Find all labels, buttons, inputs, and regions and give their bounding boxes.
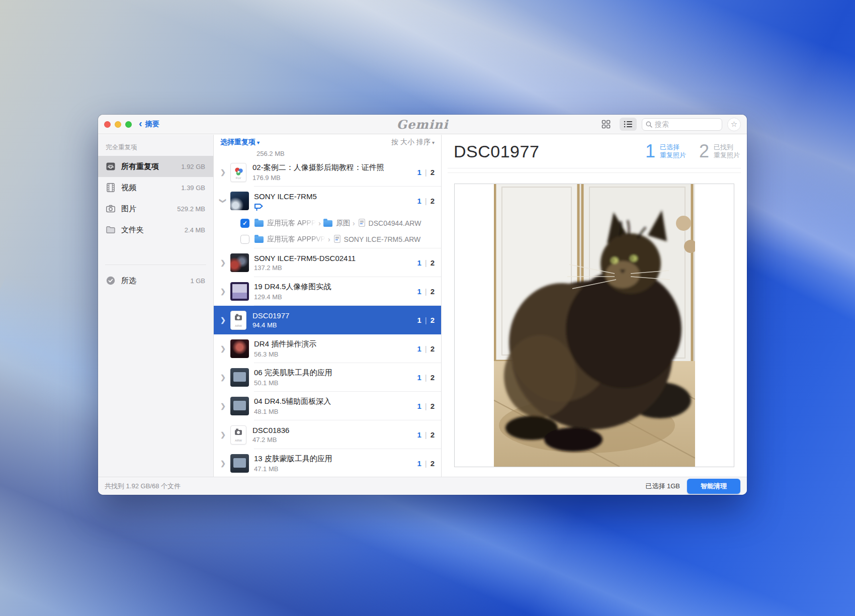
group-size: 48.1 MB	[254, 408, 331, 415]
chevron-right-icon[interactable]	[220, 259, 229, 267]
minimize-window-button[interactable]	[115, 121, 121, 128]
sidebar-item-videos[interactable]: 视频 1.39 GB	[98, 177, 213, 198]
tray-icon	[106, 161, 116, 171]
file-checkbox-unchecked[interactable]	[240, 235, 249, 244]
list-view-button[interactable]	[620, 118, 637, 131]
chevron-separator-icon	[316, 219, 323, 227]
duplicate-group-row[interactable]: DR4 插件操作演示 56.3 MB 12	[214, 334, 441, 363]
sidebar-divider	[105, 265, 206, 265]
duplicate-count-badge: 12	[417, 344, 435, 353]
flv-file-icon: FLV	[230, 163, 246, 182]
toolbar-right	[597, 118, 741, 131]
selected-counter: 1 已选择重复照片	[645, 141, 686, 162]
sidebar-item-selected[interactable]: 所选 1 GB	[98, 270, 213, 291]
raw-file-icon: ARW	[230, 311, 246, 330]
duplicate-count-badge: 12	[417, 197, 435, 205]
status-bar: 共找到 1.92 GB/68 个文件 已选择 1GB 智能清理	[98, 477, 747, 495]
duplicate-group-row[interactable]: 04 DR4.5辅助面板深入 48.1 MB 12	[214, 392, 441, 420]
back-button[interactable]: 摘要	[139, 120, 159, 129]
sidebar-item-folders[interactable]: 文件夹 2.4 MB	[98, 219, 213, 240]
duplicate-counters: 1 已选择重复照片 2 已找到重复照片	[645, 141, 740, 162]
grid-view-button[interactable]	[597, 118, 615, 131]
chevron-right-icon[interactable]	[220, 460, 229, 467]
group-title: 04 DR4.5辅助面板深入	[254, 397, 331, 406]
group-size: 256.2 MB	[256, 150, 285, 157]
partially-scrolled-row[interactable]: 256.2 MB	[214, 150, 441, 158]
duplicate-count-badge: 12	[417, 168, 435, 177]
sidebar-item-label: 视频	[121, 183, 136, 193]
duplicate-count-badge: 12	[417, 430, 435, 439]
detail-divider	[448, 172, 741, 173]
cat-photo	[494, 184, 695, 467]
sidebar-item-size: 1.92 GB	[181, 163, 205, 170]
duplicate-group-row[interactable]: FLV 02-案例二：人像摄影后期教程：证件照 176.9 MB 12	[214, 158, 441, 187]
smart-clean-button[interactable]: 智能清理	[687, 479, 740, 494]
found-counter: 2 已找到重复照片	[699, 141, 740, 162]
duplicate-count-badge: 12	[417, 287, 435, 296]
video-thumbnail	[230, 339, 249, 358]
folder-icon	[254, 220, 264, 227]
sidebar-item-all-duplicates[interactable]: 所有重复项 1.92 GB	[98, 156, 213, 177]
search-input[interactable]	[655, 120, 710, 128]
film-icon	[106, 183, 116, 193]
chevron-down-icon	[255, 138, 260, 146]
photo-thumbnail	[230, 253, 249, 272]
select-duplicates-dropdown[interactable]: 选择重复项	[220, 138, 260, 147]
sidebar-item-label: 图片	[121, 204, 136, 214]
group-title: 02-案例二：人像摄影后期教程：证件照	[252, 163, 384, 172]
check-circle-icon	[106, 276, 116, 286]
duplicate-group-row[interactable]: 19 DR4.5人像修图实战 129.4 MB 12	[214, 277, 441, 306]
favorite-star-icon[interactable]	[727, 118, 741, 131]
duplicate-group-row-selected[interactable]: ARW DSC01977 94.4 MB 12	[214, 306, 441, 334]
folder-icon	[323, 220, 332, 227]
group-title: 06 完美肌肤工具的应用	[254, 368, 332, 378]
group-size: 176.9 MB	[252, 174, 384, 182]
duplicate-group-row[interactable]: SONY ILCE-7RM5 12	[214, 187, 441, 215]
chevron-down-icon[interactable]	[220, 197, 229, 205]
chevron-right-icon[interactable]	[220, 374, 229, 381]
chevron-separator-icon	[350, 219, 358, 227]
sidebar-item-size: 1.39 GB	[181, 184, 205, 192]
selected-summary: 已选择 1GB	[645, 482, 680, 491]
chevron-right-icon[interactable]	[220, 345, 229, 353]
sidebar-item-label: 文件夹	[121, 225, 144, 235]
screenshot-thumbnail	[230, 368, 249, 387]
duplicate-group-row[interactable]: 06 完美肌肤工具的应用 50.1 MB 12	[214, 363, 441, 392]
duplicate-group-row[interactable]: SONY ILCE-7RM5-DSC02411 137.2 MB 12	[214, 248, 441, 277]
back-label: 摘要	[145, 120, 159, 129]
duplicate-file-row[interactable]: 应用玩客 APPPVP SONY ILCE-7RM5.ARW	[214, 231, 441, 247]
sort-dropdown[interactable]: 按 大小 排序	[391, 138, 435, 147]
detail-header: DSC01977 1 已选择重复照片 2 已找到重复照片	[442, 135, 747, 168]
chevron-right-icon[interactable]	[220, 288, 229, 295]
group-title: DSC01836	[252, 426, 289, 434]
search-field[interactable]	[642, 118, 722, 131]
list-header: 选择重复项 按 大小 排序	[214, 135, 441, 150]
sidebar-item-label: 所选	[121, 276, 136, 286]
list-view-icon	[624, 120, 633, 128]
duplicate-count-badge: 12	[417, 258, 435, 267]
chevron-left-icon	[139, 120, 142, 128]
duplicate-group-row[interactable]: 13 皮肤蒙版工具的应用 47.1 MB 12	[214, 449, 441, 477]
chevron-right-icon[interactable]	[220, 402, 229, 410]
group-title: DSC01977	[252, 311, 289, 320]
video-thumbnail	[230, 282, 249, 301]
close-window-button[interactable]	[104, 121, 111, 128]
group-size: 47.1 MB	[254, 465, 332, 473]
chevron-down-icon	[431, 138, 435, 146]
sidebar-item-size: 529.2 MB	[177, 205, 205, 213]
sidebar: 完全重复项 所有重复项 1.92 GB 视频 1.39 GB	[98, 135, 214, 477]
photo-preview[interactable]	[454, 184, 734, 467]
chevron-right-icon[interactable]	[220, 168, 229, 176]
duplicate-file-row[interactable]: 应用玩客 APPP 原图 DSC04944.ARW	[214, 215, 441, 231]
camera-icon	[106, 204, 116, 214]
chevron-right-icon[interactable]	[220, 316, 229, 324]
grid-view-icon	[602, 120, 611, 129]
folder-icon	[106, 225, 116, 235]
group-title: SONY ILCE-7RM5-DSC02411	[254, 254, 356, 262]
chevron-right-icon[interactable]	[220, 431, 229, 438]
zoom-window-button[interactable]	[125, 121, 132, 128]
sidebar-item-pictures[interactable]: 图片 529.2 MB	[98, 198, 213, 219]
svg-text:ARW: ARW	[235, 324, 242, 327]
duplicate-group-row[interactable]: ARW DSC01836 47.2 MB 12	[214, 420, 441, 449]
file-checkbox-checked[interactable]	[240, 219, 249, 228]
